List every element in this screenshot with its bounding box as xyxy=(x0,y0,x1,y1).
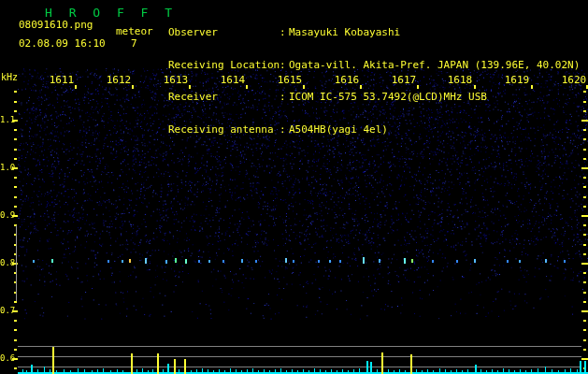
freq-tick-label: 1.0 xyxy=(0,163,13,172)
colon: : xyxy=(280,92,289,103)
station-label: Observer xyxy=(168,27,280,38)
station-row-location: Receiving Location:Ogata-vill. Akita-Pre… xyxy=(168,60,580,71)
station-row-observer: Observer:Masayuki Kobayashi xyxy=(168,27,580,38)
meteor-count: 7 xyxy=(131,37,137,50)
colon: : xyxy=(280,60,289,71)
time-tick-label: 1618 xyxy=(447,74,473,86)
station-row-antenna: Receiving antenna:A504HB(yagi 4el) xyxy=(168,124,580,136)
app-title: H R O F F T xyxy=(45,6,177,20)
freq-tick-label: 0.7 xyxy=(0,306,13,315)
colon: : xyxy=(280,124,289,136)
freq-tick-label: 0.9 xyxy=(0,210,13,220)
output-filename: 08091610.png xyxy=(19,19,93,31)
time-tick-label: 1613 xyxy=(163,74,189,86)
hrofft-window: H R O F F T 08091610.png meteor 02.08.09… xyxy=(0,0,588,374)
time-tick-label: 1620 xyxy=(561,74,587,86)
time-tick-label: 1611 xyxy=(49,74,75,86)
station-label: Receiver xyxy=(168,92,280,103)
mode-label: meteor xyxy=(116,25,153,37)
station-label: Receiving Location xyxy=(168,60,280,71)
station-label: Receiving antenna xyxy=(168,124,280,136)
station-value: A504HB(yagi 4el) xyxy=(289,123,388,136)
freq-tick-label: 0.8 xyxy=(0,258,13,267)
observation-datetime: 02.08.09 16:10 xyxy=(19,37,106,50)
time-tick-label: 1617 xyxy=(391,74,417,86)
time-tick-label: 1615 xyxy=(277,74,303,86)
colon: : xyxy=(280,27,289,38)
time-tick-label: 1612 xyxy=(106,74,132,86)
station-value: Ogata-vill. Akita-Pref. JAPAN (139.96E, … xyxy=(289,59,580,71)
time-tick-label: 1616 xyxy=(334,74,360,86)
station-value: ICOM IC-575 53.7492(@LCD)MHz USB xyxy=(289,91,487,103)
time-tick-label: 1619 xyxy=(504,74,530,86)
freq-tick-label: 0.6 xyxy=(0,353,13,363)
station-value: Masayuki Kobayashi xyxy=(289,26,400,38)
freq-axis-unit: kHz xyxy=(1,72,18,82)
freq-tick-label: 1.1 xyxy=(0,115,13,124)
time-tick-label: 1614 xyxy=(220,74,246,86)
station-row-receiver: Receiver:ICOM IC-575 53.7492(@LCD)MHz US… xyxy=(168,92,580,103)
